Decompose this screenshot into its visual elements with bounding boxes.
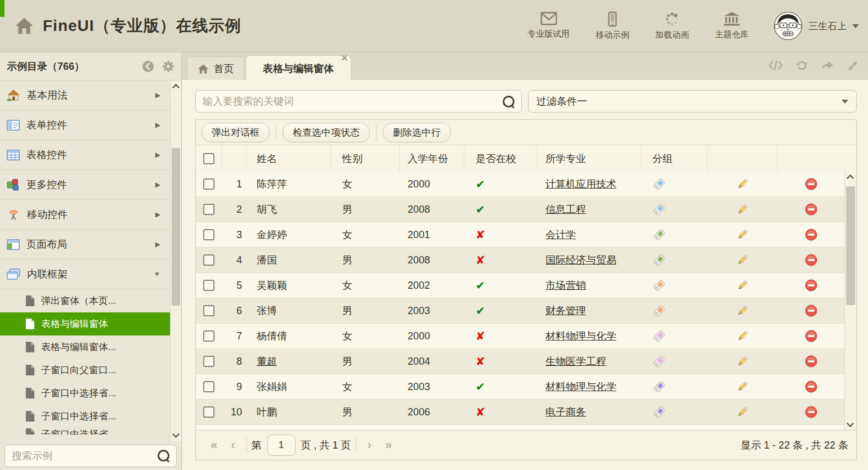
keyword-search-input[interactable]: 输入要搜索的关键词 [195, 90, 522, 113]
edit-icon[interactable] [736, 253, 749, 267]
row-checkbox[interactable] [203, 178, 214, 190]
collapse-sidebar-icon[interactable] [142, 60, 154, 73]
tag-icon[interactable] [652, 203, 666, 216]
sidebar-item-1[interactable]: 表格与编辑窗体 [0, 312, 171, 335]
scroll-down-icon[interactable] [847, 420, 854, 427]
tag-icon[interactable] [652, 228, 666, 241]
edit-icon[interactable] [736, 304, 749, 317]
tag-icon[interactable] [652, 380, 666, 393]
expand-icon[interactable] [847, 60, 859, 72]
scroll-up-icon[interactable] [172, 84, 180, 91]
row-checkbox[interactable] [203, 204, 214, 215]
tab-grid-edit-window[interactable]: 表格与编辑窗体 ✕ [245, 55, 351, 81]
edit-icon[interactable] [736, 355, 749, 368]
delete-icon[interactable] [804, 228, 818, 241]
edit-icon[interactable] [736, 380, 749, 393]
header-action-loading[interactable]: 加载动画 [655, 11, 689, 41]
delete-icon[interactable] [804, 203, 818, 216]
sidebar-group-6[interactable]: 内联框架▼ [0, 259, 171, 289]
student-name[interactable]: 董超 [257, 355, 277, 368]
sidebar-item-4[interactable]: 子窗口中选择省... [0, 382, 171, 405]
header-action-envelope[interactable]: 专业版试用 [527, 11, 570, 41]
tag-icon[interactable] [652, 279, 666, 292]
major-link[interactable]: 市场营销 [545, 279, 586, 292]
header-action-bank[interactable]: 主题仓库 [715, 11, 749, 41]
prev-page-button[interactable]: ‹ [224, 438, 241, 453]
major-link[interactable]: 材料物理与化学 [545, 329, 616, 343]
sidebar-item-3[interactable]: 子窗口向父窗口... [0, 359, 171, 382]
gear-icon[interactable] [162, 60, 175, 73]
major-link[interactable]: 电子商务 [545, 405, 586, 419]
major-link[interactable]: 信息工程 [545, 203, 586, 216]
code-icon[interactable] [768, 60, 783, 72]
major-link[interactable]: 计算机应用技术 [545, 177, 616, 191]
major-link[interactable]: 生物医学工程 [545, 355, 606, 368]
tag-icon[interactable] [652, 329, 666, 343]
scroll-up-icon[interactable] [847, 174, 854, 182]
delete-icon[interactable] [804, 329, 818, 343]
major-link[interactable]: 财务管理 [545, 304, 586, 317]
edit-icon[interactable] [736, 228, 749, 241]
tag-icon[interactable] [652, 304, 666, 317]
edit-icon[interactable] [736, 279, 749, 292]
tag-icon[interactable] [652, 177, 666, 191]
delete-icon[interactable] [804, 355, 818, 368]
scrollbar-thumb[interactable] [172, 148, 180, 306]
delete-icon[interactable] [804, 177, 818, 191]
sidebar-group-5[interactable]: 页面布局▶ [0, 230, 171, 259]
major-link[interactable]: 材料物理与化学 [545, 380, 616, 393]
sidebar-group-2[interactable]: 表格控件▶ [0, 140, 171, 170]
first-page-button[interactable]: « [204, 438, 224, 453]
tab-home[interactable]: 首页 [187, 56, 244, 80]
user-menu[interactable]: 三生石上 [773, 11, 859, 41]
row-checkbox[interactable] [203, 356, 214, 367]
page-number-input[interactable] [267, 435, 296, 456]
sidebar-item-2[interactable]: 表格与编辑窗体... [0, 335, 171, 359]
tag-icon[interactable] [652, 355, 666, 368]
row-checkbox[interactable] [203, 305, 214, 316]
sidebar-group-3[interactable]: 更多控件▶ [0, 170, 171, 200]
row-checkbox[interactable] [203, 254, 214, 266]
delete-icon[interactable] [804, 405, 818, 419]
sidebar-item-5[interactable]: 子窗口中选择省... [0, 405, 171, 428]
tag-icon[interactable] [652, 253, 666, 267]
sidebar-group-4[interactable]: 移动控件▶ [0, 200, 171, 230]
delete-icon[interactable] [804, 380, 818, 393]
edit-icon[interactable] [736, 329, 749, 343]
close-icon[interactable]: ✕ [341, 55, 348, 62]
share-icon[interactable] [821, 60, 834, 72]
sidebar-group-1[interactable]: 表单控件▶ [0, 110, 171, 140]
scroll-down-icon[interactable] [172, 431, 180, 438]
toolbar-button-0[interactable]: 弹出对话框 [202, 123, 270, 142]
grid-scrollbar[interactable] [844, 172, 856, 430]
toolbar-button-1[interactable]: 检查选中项状态 [283, 123, 370, 142]
toolbar-button-2[interactable]: 删除选中行 [383, 123, 451, 142]
delete-icon[interactable] [804, 304, 818, 317]
major-link[interactable]: 会计学 [545, 228, 576, 241]
next-page-button[interactable]: › [361, 438, 378, 453]
delete-icon[interactable] [804, 253, 818, 267]
sidebar-item-6[interactable]: 子窗口中选择省 [0, 428, 171, 435]
scrollbar-thumb[interactable] [846, 186, 855, 305]
search-icon[interactable] [158, 450, 169, 462]
sidebar-scrollbar[interactable] [170, 80, 181, 441]
edit-icon[interactable] [736, 203, 749, 216]
edit-icon[interactable] [736, 405, 749, 419]
row-checkbox[interactable] [203, 406, 214, 418]
sidebar-search-input[interactable]: 搜索示例 [5, 445, 177, 467]
delete-icon[interactable] [804, 279, 818, 292]
last-page-button[interactable]: » [378, 438, 399, 453]
sidebar-item-0[interactable]: 弹出窗体（本页... [0, 289, 171, 312]
row-checkbox[interactable] [203, 381, 214, 392]
row-checkbox[interactable] [203, 330, 214, 342]
refresh-icon[interactable] [795, 60, 808, 72]
edit-icon[interactable] [736, 177, 749, 191]
header-action-mobile[interactable]: 移动示例 [596, 11, 629, 41]
row-checkbox[interactable] [203, 229, 214, 240]
sidebar-group-0[interactable]: 基本用法▶ [0, 80, 171, 110]
select-all-checkbox[interactable] [203, 153, 214, 164]
tag-icon[interactable] [652, 405, 666, 419]
filter-dropdown[interactable]: 过滤条件一 [528, 90, 857, 113]
search-icon[interactable] [503, 96, 514, 108]
row-checkbox[interactable] [203, 280, 214, 291]
